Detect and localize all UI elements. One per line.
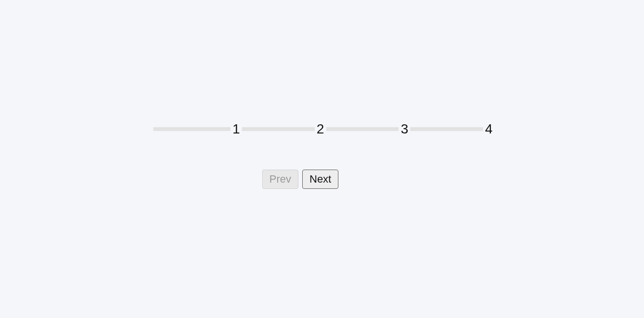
prev-button[interactable]: Prev xyxy=(262,170,298,189)
progress-steps: 1 2 3 4 xyxy=(230,121,495,137)
step-1: 1 xyxy=(230,121,242,137)
controls: Prev Next xyxy=(262,170,339,189)
step-2: 2 xyxy=(315,121,326,137)
step-3: 3 xyxy=(399,121,410,137)
next-button[interactable]: Next xyxy=(302,170,338,189)
step-4: 4 xyxy=(483,121,495,137)
